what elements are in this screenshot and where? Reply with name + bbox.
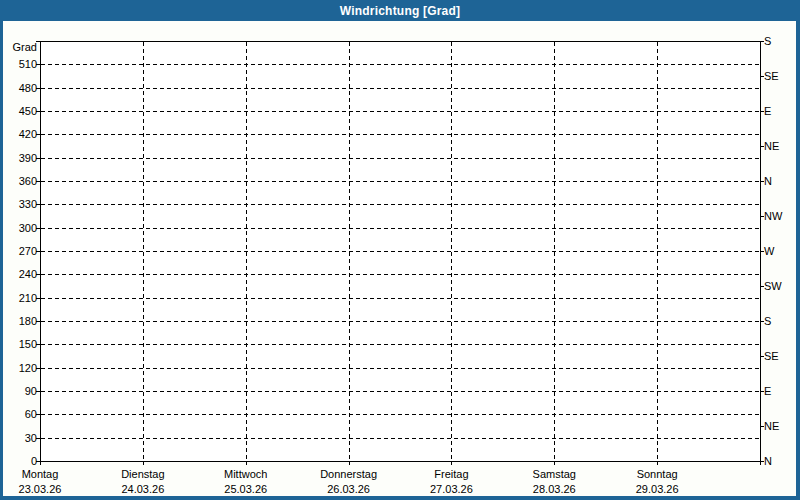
date-label: 26.03.26 — [327, 483, 370, 495]
compass-label: NW — [764, 210, 783, 222]
weekday-label: Donnerstag — [320, 468, 377, 480]
y-axis-title: Grad — [13, 41, 37, 53]
y-axis-label: 330 — [19, 198, 37, 210]
y-axis-label: 480 — [19, 82, 37, 94]
y-axis-label: 180 — [19, 315, 37, 327]
y-axis-label: 60 — [25, 408, 37, 420]
compass-label: E — [764, 385, 771, 397]
y-axis-label: 150 — [19, 338, 37, 350]
date-label: 23.03.26 — [19, 483, 62, 495]
y-axis-label: 240 — [19, 268, 37, 280]
y-axis-label: 450 — [19, 105, 37, 117]
compass-label: N — [764, 455, 772, 467]
y-axis-label: 210 — [19, 292, 37, 304]
compass-label: S — [764, 315, 771, 327]
compass-label: NE — [764, 140, 779, 152]
y-axis-label: 360 — [19, 175, 37, 187]
weekday-label: Dienstag — [121, 468, 164, 480]
weekday-label: Freitag — [434, 468, 468, 480]
compass-label: W — [764, 245, 775, 257]
compass-label: E — [764, 105, 771, 117]
date-label: 29.03.26 — [636, 483, 679, 495]
y-axis-label: 0 — [31, 455, 37, 467]
weekday-label: Montag — [22, 468, 59, 480]
compass-label: N — [764, 175, 772, 187]
date-label: 25.03.26 — [224, 483, 267, 495]
weekday-label: Mittwoch — [224, 468, 267, 480]
date-label: 27.03.26 — [430, 483, 473, 495]
y-axis-label: 510 — [19, 58, 37, 70]
title-bar: Windrichtung [Grad] — [0, 0, 800, 21]
compass-label: NE — [764, 420, 779, 432]
y-axis-label: 300 — [19, 222, 37, 234]
compass-label: S — [764, 35, 771, 47]
y-axis-label: 390 — [19, 152, 37, 164]
weekday-label: Sonntag — [637, 468, 678, 480]
compass-label: SE — [764, 350, 779, 362]
date-label: 24.03.26 — [121, 483, 164, 495]
y-axis-label: 120 — [19, 362, 37, 374]
wind-chart-window: 0306090120150180210240270300330360390420… — [0, 0, 800, 500]
compass-label: SW — [764, 280, 782, 292]
y-axis-label: 90 — [25, 385, 37, 397]
weekday-label: Samstag — [533, 468, 576, 480]
wind-direction-chart: 0306090120150180210240270300330360390420… — [0, 0, 800, 500]
y-axis-label: 30 — [25, 432, 37, 444]
y-axis-label: 270 — [19, 245, 37, 257]
window-title: Windrichtung [Grad] — [340, 4, 460, 18]
date-label: 28.03.26 — [533, 483, 576, 495]
compass-label: SE — [764, 70, 779, 82]
y-axis-label: 420 — [19, 128, 37, 140]
